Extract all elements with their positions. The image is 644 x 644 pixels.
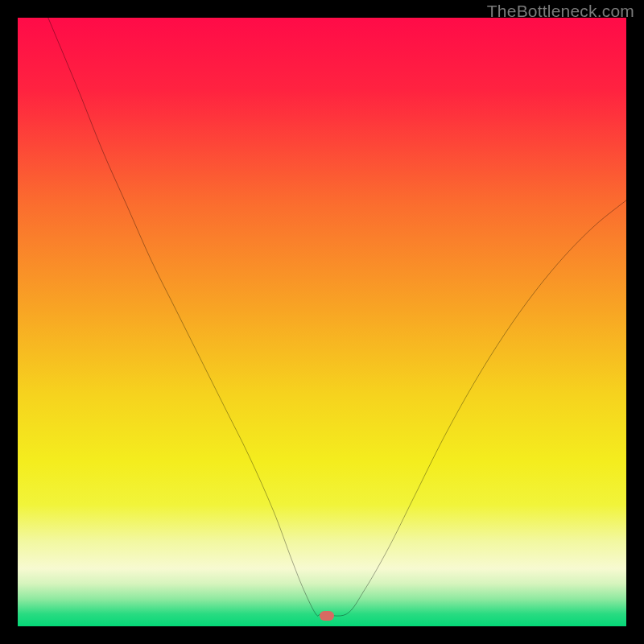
bottleneck-curve — [18, 18, 626, 626]
optimal-marker — [320, 611, 334, 621]
chart-frame: TheBottleneck.com — [0, 0, 644, 644]
watermark-text: TheBottleneck.com — [487, 2, 634, 21]
plot-area — [18, 18, 626, 626]
